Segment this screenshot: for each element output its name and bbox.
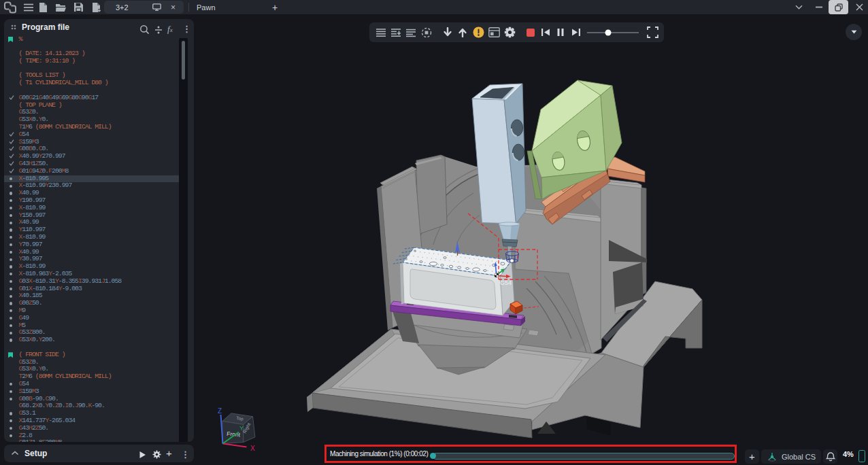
svg-text:Y: Y [239, 425, 244, 432]
svg-text:Z: Z [218, 407, 222, 415]
svg-text:G54: G54 [500, 279, 512, 286]
svg-text:Front: Front [227, 430, 241, 438]
